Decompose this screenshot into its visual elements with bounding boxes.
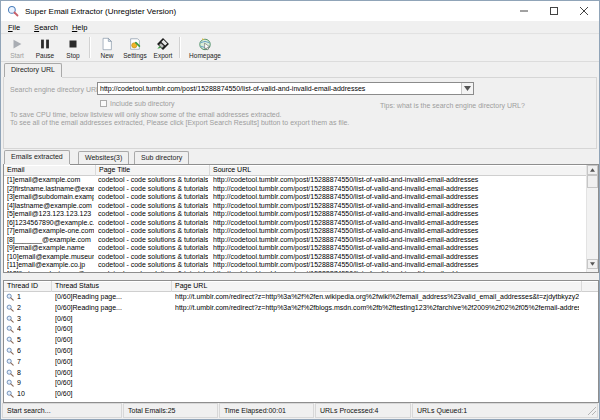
- email-table-row[interactable]: [12]firstname.lastname@exa... codetool -…: [4, 270, 586, 273]
- search-url-label: Search engine directory URL:: [10, 86, 102, 93]
- email-table-row[interactable]: [3]email@subdomain.exampl... codetool - …: [4, 193, 586, 202]
- thread-magnifier-icon: [6, 293, 14, 301]
- email-cell: [11]email@example.co.jp: [7, 261, 94, 270]
- homepage-button[interactable]: Homepage: [183, 35, 227, 61]
- threads-listview: Thread ID Thread Status Page URL 1 [0/60…: [3, 280, 599, 403]
- menu-search[interactable]: Search: [27, 22, 65, 33]
- maximize-button[interactable]: [539, 1, 569, 21]
- thread-status-cell: [0/60]: [55, 378, 169, 389]
- thread-table-row[interactable]: 7 [0/60]: [4, 357, 598, 368]
- status-time-elapsed: Time Elapsed:00:01: [219, 403, 314, 418]
- pause-button[interactable]: Pause: [31, 35, 59, 61]
- email-cell: [1]email@example.com: [7, 176, 94, 185]
- email-table-row[interactable]: [9]email@example.name codetool - code so…: [4, 244, 586, 253]
- page-title-cell: codetool - code solutions & tutorials &.…: [98, 202, 208, 211]
- resize-grip[interactable]: [587, 406, 597, 416]
- start-button[interactable]: Start: [3, 35, 31, 61]
- email-table-row[interactable]: [7]email@example-one.com codetool - code…: [4, 227, 586, 236]
- source-url-cell: http://codetool.tumblr.com/post/15288874…: [213, 244, 585, 253]
- column-header-email[interactable]: Email: [4, 165, 96, 176]
- close-button[interactable]: [569, 1, 599, 21]
- thread-table-row[interactable]: 3 [0/60]: [4, 314, 598, 325]
- email-cell: [2]firstname.lastname@exam...: [7, 185, 94, 194]
- email-cell: [8]_______@example.com: [7, 236, 94, 245]
- app-window: Super Email Extractor (Unregister Versio…: [0, 0, 600, 420]
- scroll-up-button[interactable]: [587, 165, 598, 175]
- email-table-row[interactable]: [10]email@example.museum codetool - code…: [4, 253, 586, 262]
- thread-magnifier-icon: [6, 347, 14, 355]
- thread-table-row[interactable]: 1 [0/60]Reading page... http://t.umblr.c…: [4, 292, 598, 303]
- threads-rows: 1 [0/60]Reading page... http://t.umblr.c…: [4, 292, 598, 402]
- chevron-down-icon: [464, 86, 471, 91]
- column-header-page-url[interactable]: Page URL: [172, 281, 582, 292]
- thread-magnifier-icon: [6, 369, 14, 377]
- email-cell: [6]1234567890@example.c...: [7, 219, 94, 228]
- stop-button[interactable]: Stop: [59, 35, 87, 61]
- tab-directory-url[interactable]: Directory URL: [4, 63, 62, 77]
- page-title-cell: codetool - code solutions & tutorials &.…: [98, 185, 208, 194]
- thread-table-row[interactable]: 9 [0/60]: [4, 378, 598, 389]
- email-table-row[interactable]: [2]firstname.lastname@exam... codetool -…: [4, 185, 586, 194]
- page-title-cell: codetool - code solutions & tutorials &.…: [98, 270, 208, 273]
- source-url-cell: http://codetool.tumblr.com/post/15288874…: [213, 236, 585, 245]
- settings-button[interactable]: Settings: [121, 35, 149, 61]
- thread-status-cell: [0/60]: [55, 357, 169, 368]
- thread-table-row[interactable]: 6 [0/60]: [4, 346, 598, 357]
- tab-sub-directory[interactable]: Sub directory: [134, 151, 189, 164]
- tab-websites[interactable]: Websites(3): [78, 151, 129, 164]
- email-table-row[interactable]: [6]1234567890@example.c... codetool - co…: [4, 219, 586, 228]
- thread-status-cell: [0/60]: [55, 335, 169, 346]
- menu-help[interactable]: Help: [65, 22, 94, 33]
- menu-file[interactable]: File: [1, 22, 27, 33]
- page-title-cell: codetool - code solutions & tutorials &.…: [98, 261, 208, 270]
- email-cell: [4]lastname@example.com: [7, 202, 94, 211]
- column-header-thread-id[interactable]: Thread ID: [4, 281, 52, 292]
- tab-emails-extracted[interactable]: Emails extracted: [4, 150, 70, 164]
- combobox-dropdown-button[interactable]: [461, 83, 473, 94]
- thread-table-row[interactable]: 4 [0/60]: [4, 324, 598, 335]
- info-line-2: To see all of the email addresses extrac…: [10, 119, 349, 126]
- email-table-row[interactable]: [1]email@example.com codetool - code sol…: [4, 176, 586, 185]
- status-bar: Start search... Total Emails:25 Time Ela…: [2, 403, 598, 418]
- email-table-row[interactable]: [5]email@123.123.123.123 codetool - code…: [4, 210, 586, 219]
- column-header-source-url[interactable]: Source URL: [210, 165, 586, 176]
- page-title-cell: codetool - code solutions & tutorials &.…: [98, 253, 208, 262]
- emails-vertical-scrollbar[interactable]: [586, 165, 598, 272]
- include-sub-directory-checkbox[interactable]: Include sub directory: [100, 100, 175, 107]
- source-url-cell: http://codetool.tumblr.com/post/15288874…: [213, 270, 585, 273]
- thread-id-cell: 2: [17, 303, 49, 314]
- source-url-cell: http://codetool.tumblr.com/post/15288874…: [213, 253, 585, 262]
- window-title: Super Email Extractor (Unregister Versio…: [25, 7, 176, 16]
- thread-status-cell: [0/60]: [55, 314, 169, 325]
- settings-icon: [128, 37, 142, 51]
- status-urls-processed: URLs Processed:4: [315, 403, 411, 418]
- thread-magnifier-icon: [6, 358, 14, 366]
- directory-url-combobox[interactable]: http://codetool.tumblr.com/post/15288874…: [97, 82, 474, 95]
- page-title-cell: codetool - code solutions & tutorials &.…: [98, 236, 208, 245]
- thread-table-row[interactable]: 5 [0/60]: [4, 335, 598, 346]
- email-cell: [12]firstname.lastname@exa...: [7, 270, 94, 273]
- status-urls-queued: URLs Queued:1: [412, 403, 598, 418]
- email-table-row[interactable]: [4]lastname@example.com codetool - code …: [4, 202, 586, 211]
- scroll-down-button[interactable]: [587, 259, 598, 269]
- thread-status-cell: [0/60]: [55, 346, 169, 357]
- email-table-row[interactable]: [11]email@example.co.jp codetool - code …: [4, 261, 586, 270]
- thread-table-row[interactable]: 10 [0/60]: [4, 389, 598, 400]
- page-title-cell: codetool - code solutions & tutorials &.…: [98, 244, 208, 253]
- column-header-page-title[interactable]: Page Title: [96, 165, 210, 176]
- toolbar-separator: [89, 37, 90, 58]
- new-button[interactable]: New: [93, 35, 121, 61]
- menubar: File Search Help: [1, 21, 599, 34]
- thread-url-cell: http://t.umblr.com/redirect?z=http%3a%2f…: [175, 303, 579, 314]
- export-button[interactable]: Export: [149, 35, 177, 61]
- email-table-row[interactable]: [8]_______@example.com codetool - code s…: [4, 236, 586, 245]
- checkbox-box[interactable]: [100, 100, 107, 107]
- column-header-thread-status[interactable]: Thread Status: [52, 281, 172, 292]
- thread-table-row[interactable]: 8 [0/60]: [4, 368, 598, 379]
- thread-id-cell: 7: [17, 357, 49, 368]
- directory-url-value[interactable]: http://codetool.tumblr.com/post/15288874…: [98, 83, 461, 94]
- thread-table-row[interactable]: 2 [0/60]Reading page... http://t.umblr.c…: [4, 303, 598, 314]
- minimize-button[interactable]: [509, 1, 539, 21]
- scrollbar-thumb[interactable]: [587, 175, 598, 188]
- thread-magnifier-icon: [6, 390, 14, 398]
